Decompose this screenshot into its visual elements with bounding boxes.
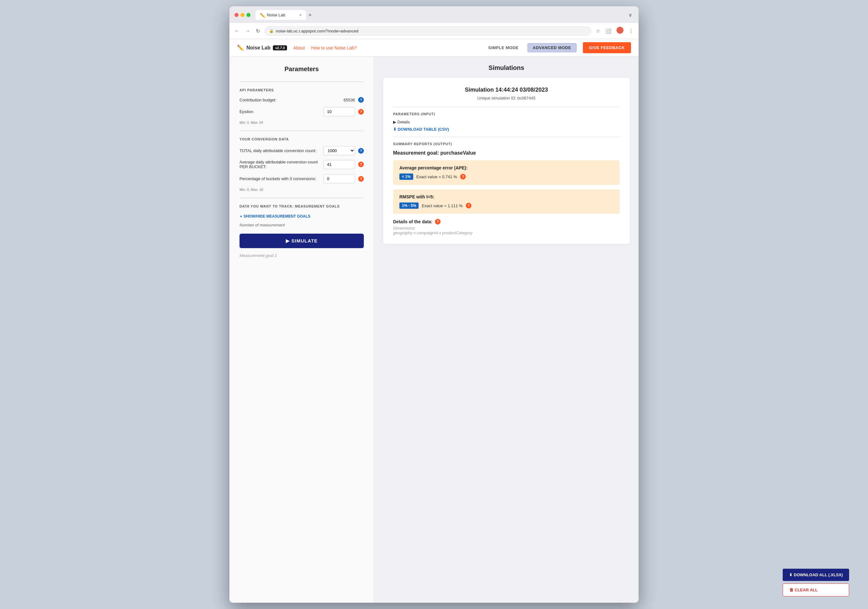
ape-exact-value: Exact value = 0.741 %	[416, 174, 457, 179]
toolbar-icons: ☆ ⬜ ⋮	[595, 25, 635, 36]
conversion-data-label: YOUR CONVERSION DATA	[240, 137, 364, 141]
download-csv-link[interactable]: ⬇ DOWNLOAD TABLE (CSV)	[393, 127, 620, 132]
version-badge: v2.7.0	[273, 45, 287, 50]
total-daily-label: TOTAL daily attributable conversion coun…	[240, 148, 320, 153]
measurement-goal-title: Measurement goal: purchaseValue	[393, 150, 620, 156]
epsilon-label: Epsilon:	[240, 109, 320, 114]
total-daily-row: TOTAL daily attributable conversion coun…	[240, 146, 364, 155]
minimize-window-button[interactable]	[240, 13, 245, 17]
dimensions-value: geography x campaignId x productCategory	[393, 230, 620, 235]
ape-result-row: < 1% Exact value = 0.741 % ?	[399, 174, 614, 180]
rmspe-result-card: RMSPE with t=5: 1% - 5% Exact value = 1.…	[393, 189, 620, 214]
contribution-budget-help-icon[interactable]: ?	[358, 97, 364, 103]
ape-result-card: Average percentage error (APE): < 1% Exa…	[393, 160, 620, 185]
address-bar[interactable]: 🔒 noise-lab.uc.r.appspot.com/?mode=advan…	[264, 26, 591, 36]
parameters-title: Parameters	[240, 65, 364, 73]
app-logo: ✏️ Noise Lab v2.7.0	[237, 44, 287, 51]
epsilon-input[interactable]	[324, 107, 355, 116]
rmspe-result-row: 1% - 5% Exact value = 1.111 % ?	[399, 202, 614, 209]
contribution-budget-row: Contribution budget: 65536 ?	[240, 97, 364, 103]
rmspe-label: RMSPE with t=5:	[399, 194, 614, 199]
advanced-mode-button[interactable]: ADVANCED MODE	[527, 43, 577, 52]
simple-mode-button[interactable]: SIMPLE MODE	[483, 44, 524, 52]
traffic-lights	[234, 13, 251, 17]
total-daily-help-icon[interactable]: ?	[358, 148, 364, 154]
profile-button[interactable]	[615, 25, 625, 36]
browser-toolbar: ← → ↻ 🔒 noise-lab.uc.r.appspot.com/?mode…	[229, 23, 639, 39]
about-link[interactable]: About	[293, 45, 305, 50]
avg-daily-group: Average daily attributable conversion co…	[240, 160, 364, 169]
measurement-goal-bottom-label: Measurement goal 1	[240, 253, 364, 258]
avg-daily-label: Average daily attributable conversion co…	[240, 160, 320, 169]
ape-label: Average percentage error (APE):	[399, 165, 614, 170]
logo-icon: ✏️	[237, 44, 244, 51]
total-daily-dropdown[interactable]: 1000 500 2000	[324, 146, 355, 155]
rmspe-badge: 1% - 5%	[399, 202, 418, 209]
pct-buckets-label: Percentage of buckets with 0 conversions…	[240, 176, 320, 181]
extensions-button[interactable]: ⬜	[604, 27, 613, 35]
ape-badge: < 1%	[399, 174, 413, 180]
tab-bar: ✏️ Noise Lab × +	[256, 10, 625, 20]
contribution-budget-label: Contribution budget:	[240, 98, 341, 103]
details-section: Details of the data: ? Dimensions: geogr…	[393, 219, 620, 235]
right-panel: Simulations Simulation 14:44:24 03/08/20…	[374, 57, 639, 603]
pct-buckets-hint: Min: 0, Max: 10	[240, 188, 364, 191]
forward-button[interactable]: →	[244, 27, 251, 35]
tab-title: Noise Lab	[267, 12, 285, 17]
avg-daily-input[interactable]	[324, 160, 355, 169]
active-tab[interactable]: ✏️ Noise Lab ×	[256, 10, 306, 20]
simulate-button[interactable]: ▶ SIMULATE	[240, 234, 364, 248]
how-to-link[interactable]: How to use Noise Lab?	[311, 45, 357, 50]
simulation-header: Simulation 14:44:24 03/08/2023	[393, 87, 620, 93]
bookmark-star-button[interactable]: ☆	[595, 27, 601, 35]
profile-avatar	[617, 27, 623, 34]
browser-controls: ✏️ Noise Lab × + ∨	[234, 10, 634, 20]
pct-buckets-input[interactable]	[324, 174, 355, 183]
simulations-title: Simulations	[383, 64, 630, 71]
lock-icon: 🔒	[269, 29, 274, 33]
epsilon-group: Epsilon: ? Min: 0, Max: 64	[240, 107, 364, 124]
details-help-icon[interactable]: ?	[435, 219, 440, 225]
dimensions-label: Dimensions:	[393, 226, 620, 230]
pct-buckets-row: Percentage of buckets with 0 conversions…	[240, 174, 364, 183]
ape-help-icon[interactable]: ?	[460, 174, 466, 180]
show-hide-link[interactable]: SHOW/HIDE MEASUREMENT GOALS	[240, 214, 310, 219]
url-text: noise-lab.uc.r.appspot.com/?mode=advance…	[276, 29, 358, 33]
window-chevron-icon: ∨	[627, 11, 634, 19]
browser-window: ✏️ Noise Lab × + ∨ ← → ↻ 🔒 noise-lab.uc.…	[229, 6, 639, 603]
avg-daily-help-icon[interactable]: ?	[358, 162, 364, 167]
browser-titlebar: ✏️ Noise Lab × + ∨	[229, 6, 639, 23]
give-feedback-button[interactable]: GIVE FEEDBACK	[583, 42, 631, 53]
details-toggle-label: ▶ Details	[393, 120, 410, 124]
rmspe-exact-value: Exact value = 1.111 %	[422, 204, 463, 208]
reload-button[interactable]: ↻	[254, 27, 261, 35]
mode-buttons: SIMPLE MODE ADVANCED MODE	[483, 43, 576, 52]
contribution-budget-value: 65536	[344, 98, 355, 103]
pct-buckets-group: Percentage of buckets with 0 conversions…	[240, 174, 364, 191]
browser-menu-button[interactable]: ⋮	[627, 27, 635, 35]
details-of-data-label: Details of the data: ?	[393, 219, 620, 225]
rmspe-help-icon[interactable]: ?	[466, 203, 471, 208]
tab-close-button[interactable]: ×	[299, 13, 302, 17]
simulation-id: Unique simulation ID: bc067445	[393, 96, 620, 101]
details-toggle[interactable]: ▶ Details	[393, 120, 620, 124]
back-button[interactable]: ←	[233, 27, 241, 35]
app-body: Parameters API PARAMETERS Contribution b…	[229, 57, 639, 603]
epsilon-help-icon[interactable]: ?	[358, 109, 364, 115]
tab-favicon-icon: ✏️	[260, 13, 264, 17]
close-window-button[interactable]	[234, 13, 239, 17]
pct-buckets-help-icon[interactable]: ?	[358, 176, 364, 182]
maximize-window-button[interactable]	[246, 13, 251, 17]
left-panel: Parameters API PARAMETERS Contribution b…	[229, 57, 374, 603]
api-params-label: API PARAMETERS	[240, 88, 364, 92]
new-tab-button[interactable]: +	[306, 11, 315, 20]
simulate-btn-label: ▶ SIMULATE	[286, 238, 318, 244]
number-of-measurement-label: Number of measurement	[240, 223, 364, 227]
details-label-text: Details of the data:	[393, 219, 432, 224]
app-header: ✏️ Noise Lab v2.7.0 About How to use Noi…	[229, 39, 639, 57]
app-name: Noise Lab	[246, 45, 270, 51]
avg-daily-row: Average daily attributable conversion co…	[240, 160, 364, 169]
measurement-goals-label: DATA YOU WANT TO TRACK: MEASUREMENT GOAL…	[240, 204, 364, 208]
simulation-card: Simulation 14:44:24 03/08/2023 Unique si…	[383, 78, 630, 244]
summary-reports-heading: SUMMARY REPORTS (OUTPUT)	[393, 142, 620, 146]
